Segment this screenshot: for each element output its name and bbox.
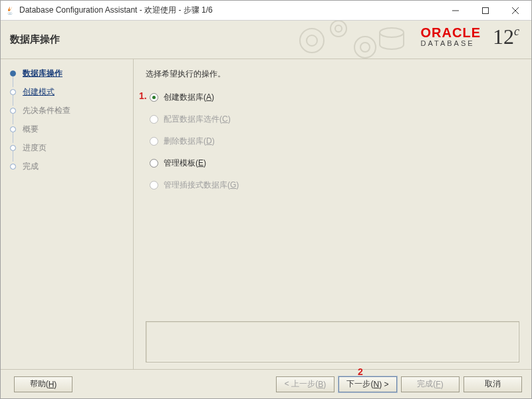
svg-point-10	[380, 28, 404, 37]
wizard-steps-sidebar: 数据库操作 创建模式 先决条件检查 概要 进度页	[1, 59, 134, 369]
java-icon	[5, 5, 15, 16]
annotation-1: 1.	[139, 90, 147, 101]
svg-point-8	[354, 37, 376, 58]
header: 数据库操作 ORACLE DATABASE 12c	[1, 21, 531, 59]
radio-icon	[150, 137, 158, 146]
next-button[interactable]: 2 下一步(N) >	[338, 376, 397, 392]
step-dot-icon	[10, 164, 16, 170]
step-dot-icon	[10, 126, 16, 132]
radio-label: 删除数据库(D)	[164, 136, 215, 147]
svg-point-9	[360, 43, 370, 52]
back-button: < 上一步(B)	[276, 376, 334, 392]
page-heading: 数据库操作	[10, 33, 60, 46]
cancel-button[interactable]: 取消	[464, 376, 522, 392]
radio-delete-database: 删除数据库(D)	[150, 136, 519, 147]
step-dot-icon	[10, 89, 16, 95]
logo-subtext: DATABASE	[421, 39, 481, 47]
logo-version: 12c	[493, 25, 519, 49]
step-dot-icon	[10, 70, 16, 76]
radio-icon	[150, 159, 158, 168]
annotation-2: 2	[358, 366, 363, 377]
radio-label: 管理插接式数据库(G)	[164, 180, 239, 191]
step-dot-icon	[10, 145, 16, 151]
radio-configure-options: 配置数据库选件(C)	[150, 114, 519, 125]
logo-brand: ORACLE	[421, 26, 481, 39]
step-label: 完成	[23, 161, 39, 172]
oracle-logo: ORACLE DATABASE 12c	[421, 26, 481, 47]
radio-icon	[150, 181, 158, 190]
step-prereq-check: 先决条件检查	[10, 104, 126, 116]
step-summary: 概要	[10, 123, 126, 135]
window-controls	[440, 1, 530, 20]
radio-label: 配置数据库选件(C)	[164, 114, 231, 125]
step-dot-icon	[10, 108, 16, 114]
radio-icon	[150, 115, 158, 124]
step-finish: 完成	[10, 160, 126, 172]
finish-button: 完成(F)	[401, 376, 460, 392]
step-database-operation[interactable]: 数据库操作	[10, 67, 126, 79]
content-panel: 选择希望执行的操作。 1. 创建数据库(A) 配置数据库选件(C) 删除数据库(…	[134, 59, 531, 369]
titlebar: Database Configuration Assistant - 欢迎使用 …	[1, 1, 531, 21]
svg-point-7	[335, 25, 342, 32]
description-box	[146, 321, 519, 362]
radio-icon	[150, 93, 158, 102]
main: 数据库操作 创建模式 先决条件检查 概要 进度页	[1, 59, 531, 369]
help-button[interactable]: 帮助(H)	[14, 376, 72, 392]
step-label: 先决条件检查	[23, 105, 70, 116]
maximize-button[interactable]	[470, 1, 500, 20]
step-progress: 进度页	[10, 142, 126, 154]
step-label: 进度页	[23, 142, 47, 154]
radio-label: 创建数据库(A)	[164, 92, 214, 103]
footer: 帮助(H) < 上一步(B) 2 下一步(N) > 完成(F) 取消	[1, 369, 531, 398]
step-label: 数据库操作	[23, 68, 63, 79]
prompt-text: 选择希望执行的操作。	[146, 68, 519, 80]
minimize-button[interactable]	[440, 1, 470, 20]
app-window: Database Configuration Assistant - 欢迎使用 …	[0, 0, 532, 399]
radio-manage-pluggable-db: 管理插接式数据库(G)	[150, 180, 519, 191]
svg-rect-1	[482, 7, 488, 13]
radio-create-database[interactable]: 1. 创建数据库(A)	[150, 92, 519, 103]
step-creation-mode[interactable]: 创建模式	[10, 86, 126, 98]
step-label: 创建模式	[23, 86, 55, 98]
window-title: Database Configuration Assistant - 欢迎使用 …	[19, 5, 440, 16]
svg-point-4	[300, 29, 324, 53]
radio-manage-templates[interactable]: 管理模板(E)	[150, 158, 519, 169]
radio-label: 管理模板(E)	[164, 158, 206, 169]
step-label: 概要	[23, 124, 39, 135]
svg-point-5	[307, 35, 317, 46]
svg-point-6	[331, 21, 346, 37]
header-art-gears-icon	[292, 21, 412, 59]
close-button[interactable]	[500, 1, 530, 20]
